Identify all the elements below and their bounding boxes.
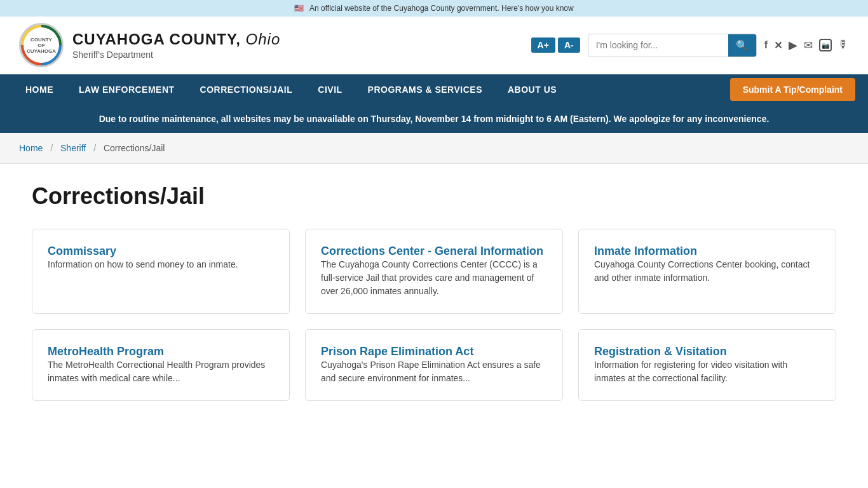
nav-item-programs-services[interactable]: PROGRAMS & SERVICES <box>355 74 495 105</box>
county-seal: COUNTYOFCUYAHOGA <box>19 23 64 67</box>
card-registration-visitation-desc: Information for registering for video vi… <box>594 358 820 385</box>
search-button[interactable]: 🔍 <box>728 34 756 57</box>
cards-grid-row2: MetroHealth Program The MetroHealth Corr… <box>32 329 836 401</box>
nav-items-list: HOME LAW ENFORCEMENT CORRECTIONS/JAIL CI… <box>13 74 569 105</box>
card-registration-visitation-title[interactable]: Registration & Visitation <box>594 345 727 358</box>
breadcrumb-sheriff[interactable]: Sheriff <box>60 143 86 153</box>
breadcrumb-sep-2: / <box>93 143 96 153</box>
search-icon: 🔍 <box>736 40 749 51</box>
dept-name: Sheriff's Department <box>72 50 280 60</box>
breadcrumb-home[interactable]: Home <box>19 143 43 153</box>
font-size-controls: A+ A- <box>531 37 580 53</box>
search-input[interactable] <box>588 35 728 55</box>
official-text: An official website of the Cuyahoga Coun… <box>309 4 574 13</box>
card-inmate-information-desc: Cuyahoga County Corrections Center booki… <box>594 258 820 285</box>
instagram-icon[interactable]: 📷 <box>819 39 832 51</box>
nav-item-home[interactable]: HOME <box>13 74 66 105</box>
county-name-block: CUYAHOGA COUNTY, Ohio Sheriff's Departme… <box>72 30 280 60</box>
logo-area: COUNTYOFCUYAHOGA CUYAHOGA COUNTY, Ohio S… <box>19 23 280 67</box>
page-title: Corrections/Jail <box>32 183 836 210</box>
main-nav: HOME LAW ENFORCEMENT CORRECTIONS/JAIL CI… <box>0 74 868 105</box>
email-icon[interactable]: ✉ <box>804 39 813 52</box>
flag-icon: 🇺🇸 <box>294 4 304 13</box>
card-registration-visitation[interactable]: Registration & Visitation Information fo… <box>578 329 836 401</box>
top-bar: 🇺🇸 An official website of the Cuyahoga C… <box>0 0 868 17</box>
county-name-main: CUYAHOGA COUNTY, Ohio <box>72 30 280 48</box>
seal-inner: COUNTYOFCUYAHOGA <box>24 27 59 63</box>
card-corrections-center-desc: The Cuyahoga County Corrections Center (… <box>321 258 547 298</box>
font-decrease-button[interactable]: A- <box>558 37 580 53</box>
maintenance-banner: Due to routine maintenance, all websites… <box>0 105 868 133</box>
card-corrections-center[interactable]: Corrections Center - General Information… <box>305 229 563 314</box>
card-inmate-information[interactable]: Inmate Information Cuyahoga County Corre… <box>578 229 836 314</box>
card-commissary[interactable]: Commissary Information on how to send mo… <box>32 229 290 314</box>
card-commissary-desc: Information on how to send money to an i… <box>48 258 274 271</box>
breadcrumb: Home / Sheriff / Corrections/Jail <box>0 133 868 164</box>
card-metrohealth-title[interactable]: MetroHealth Program <box>48 345 164 358</box>
submit-tip-button[interactable]: Submit A Tip/Complaint <box>730 78 855 101</box>
search-bar: 🔍 <box>588 34 757 57</box>
card-prison-rape-elimination-desc: Cuyahoga's Prison Rape Elimination Act e… <box>321 358 547 385</box>
social-icons: f ✕ ▶ ✉ 📷 🎙 <box>764 38 849 52</box>
header-controls: A+ A- 🔍 f ✕ ▶ ✉ 📷 🎙 <box>531 34 849 57</box>
youtube-icon[interactable]: ▶ <box>789 38 797 52</box>
card-prison-rape-elimination-title[interactable]: Prison Rape Elimination Act <box>321 345 473 358</box>
nav-item-civil[interactable]: CIVIL <box>305 74 355 105</box>
podcast-icon[interactable]: 🎙 <box>838 39 849 51</box>
cards-grid-row1: Commissary Information on how to send mo… <box>32 229 836 314</box>
card-inmate-information-title[interactable]: Inmate Information <box>594 245 697 257</box>
card-commissary-title[interactable]: Commissary <box>48 245 116 257</box>
card-metrohealth[interactable]: MetroHealth Program The MetroHealth Corr… <box>32 329 290 401</box>
font-increase-button[interactable]: A+ <box>531 37 555 53</box>
maintenance-text: Due to routine maintenance, all websites… <box>99 114 770 124</box>
breadcrumb-current: Corrections/Jail <box>104 143 165 153</box>
card-metrohealth-desc: The MetroHealth Correctional Health Prog… <box>48 358 274 385</box>
page-content: Corrections/Jail Commissary Information … <box>0 164 868 420</box>
card-prison-rape-elimination[interactable]: Prison Rape Elimination Act Cuyahoga's P… <box>305 329 563 401</box>
breadcrumb-sep-1: / <box>50 143 53 153</box>
site-header: COUNTYOFCUYAHOGA CUYAHOGA COUNTY, Ohio S… <box>0 17 868 74</box>
ohio-text: Ohio <box>246 30 281 48</box>
nav-item-law-enforcement[interactable]: LAW ENFORCEMENT <box>66 74 187 105</box>
twitter-x-icon[interactable]: ✕ <box>774 39 782 51</box>
card-corrections-center-title[interactable]: Corrections Center - General Information <box>321 245 543 257</box>
nav-item-corrections-jail[interactable]: CORRECTIONS/JAIL <box>187 74 306 105</box>
nav-item-about-us[interactable]: ABOUT US <box>495 74 569 105</box>
facebook-icon[interactable]: f <box>764 39 768 51</box>
